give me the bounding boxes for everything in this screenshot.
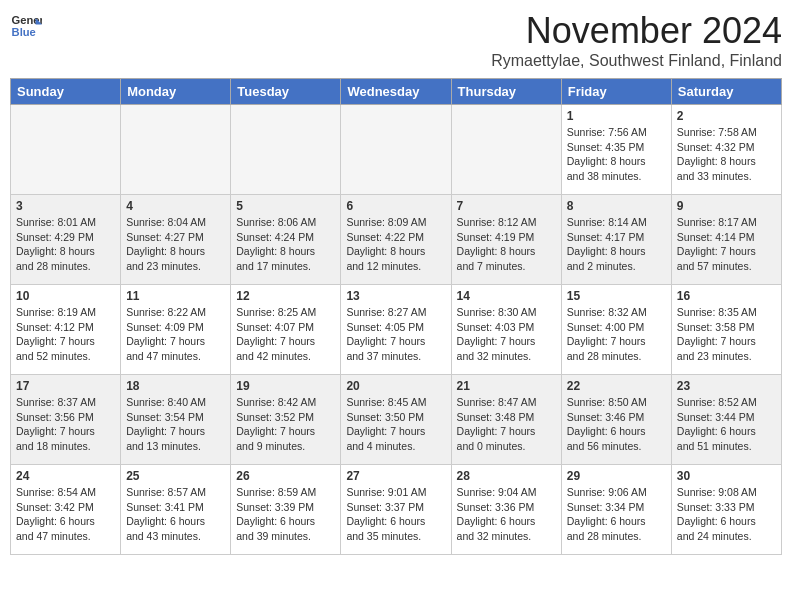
day-info: Sunrise: 8:54 AMSunset: 3:42 PMDaylight:… xyxy=(16,485,115,544)
calendar-cell: 21Sunrise: 8:47 AMSunset: 3:48 PMDayligh… xyxy=(451,375,561,465)
day-number: 27 xyxy=(346,469,445,483)
day-info: Sunrise: 8:30 AMSunset: 4:03 PMDaylight:… xyxy=(457,305,556,364)
day-info: Sunrise: 8:17 AMSunset: 4:14 PMDaylight:… xyxy=(677,215,776,274)
calendar-week-5: 24Sunrise: 8:54 AMSunset: 3:42 PMDayligh… xyxy=(11,465,782,555)
day-number: 4 xyxy=(126,199,225,213)
day-info: Sunrise: 7:56 AMSunset: 4:35 PMDaylight:… xyxy=(567,125,666,184)
day-number: 14 xyxy=(457,289,556,303)
calendar-cell xyxy=(451,105,561,195)
day-number: 7 xyxy=(457,199,556,213)
day-number: 25 xyxy=(126,469,225,483)
calendar-cell: 25Sunrise: 8:57 AMSunset: 3:41 PMDayligh… xyxy=(121,465,231,555)
day-info: Sunrise: 9:04 AMSunset: 3:36 PMDaylight:… xyxy=(457,485,556,544)
day-info: Sunrise: 8:19 AMSunset: 4:12 PMDaylight:… xyxy=(16,305,115,364)
day-info: Sunrise: 8:47 AMSunset: 3:48 PMDaylight:… xyxy=(457,395,556,454)
calendar-week-1: 1Sunrise: 7:56 AMSunset: 4:35 PMDaylight… xyxy=(11,105,782,195)
day-number: 24 xyxy=(16,469,115,483)
day-number: 12 xyxy=(236,289,335,303)
day-number: 6 xyxy=(346,199,445,213)
calendar-cell: 29Sunrise: 9:06 AMSunset: 3:34 PMDayligh… xyxy=(561,465,671,555)
calendar-cell: 15Sunrise: 8:32 AMSunset: 4:00 PMDayligh… xyxy=(561,285,671,375)
weekday-header-row: SundayMondayTuesdayWednesdayThursdayFrid… xyxy=(11,79,782,105)
day-info: Sunrise: 8:12 AMSunset: 4:19 PMDaylight:… xyxy=(457,215,556,274)
calendar-cell xyxy=(231,105,341,195)
day-number: 15 xyxy=(567,289,666,303)
calendar-cell: 3Sunrise: 8:01 AMSunset: 4:29 PMDaylight… xyxy=(11,195,121,285)
calendar-cell: 22Sunrise: 8:50 AMSunset: 3:46 PMDayligh… xyxy=(561,375,671,465)
day-info: Sunrise: 8:27 AMSunset: 4:05 PMDaylight:… xyxy=(346,305,445,364)
day-number: 26 xyxy=(236,469,335,483)
calendar-cell: 19Sunrise: 8:42 AMSunset: 3:52 PMDayligh… xyxy=(231,375,341,465)
calendar-week-3: 10Sunrise: 8:19 AMSunset: 4:12 PMDayligh… xyxy=(11,285,782,375)
calendar-cell: 4Sunrise: 8:04 AMSunset: 4:27 PMDaylight… xyxy=(121,195,231,285)
title-area: November 2024 Rymaettylae, Southwest Fin… xyxy=(491,10,782,70)
day-info: Sunrise: 8:22 AMSunset: 4:09 PMDaylight:… xyxy=(126,305,225,364)
day-info: Sunrise: 8:04 AMSunset: 4:27 PMDaylight:… xyxy=(126,215,225,274)
day-number: 10 xyxy=(16,289,115,303)
day-number: 16 xyxy=(677,289,776,303)
calendar-cell: 18Sunrise: 8:40 AMSunset: 3:54 PMDayligh… xyxy=(121,375,231,465)
calendar-cell: 27Sunrise: 9:01 AMSunset: 3:37 PMDayligh… xyxy=(341,465,451,555)
day-number: 5 xyxy=(236,199,335,213)
day-number: 3 xyxy=(16,199,115,213)
calendar-cell xyxy=(341,105,451,195)
calendar-cell: 8Sunrise: 8:14 AMSunset: 4:17 PMDaylight… xyxy=(561,195,671,285)
day-number: 1 xyxy=(567,109,666,123)
day-info: Sunrise: 9:08 AMSunset: 3:33 PMDaylight:… xyxy=(677,485,776,544)
weekday-header-sunday: Sunday xyxy=(11,79,121,105)
calendar-cell: 14Sunrise: 8:30 AMSunset: 4:03 PMDayligh… xyxy=(451,285,561,375)
day-number: 19 xyxy=(236,379,335,393)
calendar-cell: 24Sunrise: 8:54 AMSunset: 3:42 PMDayligh… xyxy=(11,465,121,555)
day-info: Sunrise: 8:40 AMSunset: 3:54 PMDaylight:… xyxy=(126,395,225,454)
day-number: 11 xyxy=(126,289,225,303)
day-number: 29 xyxy=(567,469,666,483)
day-number: 13 xyxy=(346,289,445,303)
calendar-cell: 17Sunrise: 8:37 AMSunset: 3:56 PMDayligh… xyxy=(11,375,121,465)
day-info: Sunrise: 8:35 AMSunset: 3:58 PMDaylight:… xyxy=(677,305,776,364)
calendar-cell: 16Sunrise: 8:35 AMSunset: 3:58 PMDayligh… xyxy=(671,285,781,375)
day-info: Sunrise: 8:32 AMSunset: 4:00 PMDaylight:… xyxy=(567,305,666,364)
calendar-cell: 2Sunrise: 7:58 AMSunset: 4:32 PMDaylight… xyxy=(671,105,781,195)
logo: General Blue xyxy=(10,10,42,42)
calendar: SundayMondayTuesdayWednesdayThursdayFrid… xyxy=(10,78,782,555)
day-info: Sunrise: 7:58 AMSunset: 4:32 PMDaylight:… xyxy=(677,125,776,184)
day-number: 28 xyxy=(457,469,556,483)
calendar-cell xyxy=(11,105,121,195)
day-info: Sunrise: 8:42 AMSunset: 3:52 PMDaylight:… xyxy=(236,395,335,454)
header: General Blue November 2024 Rymaettylae, … xyxy=(10,10,782,70)
day-number: 23 xyxy=(677,379,776,393)
day-info: Sunrise: 8:37 AMSunset: 3:56 PMDaylight:… xyxy=(16,395,115,454)
calendar-cell: 30Sunrise: 9:08 AMSunset: 3:33 PMDayligh… xyxy=(671,465,781,555)
calendar-cell: 10Sunrise: 8:19 AMSunset: 4:12 PMDayligh… xyxy=(11,285,121,375)
day-info: Sunrise: 9:01 AMSunset: 3:37 PMDaylight:… xyxy=(346,485,445,544)
calendar-cell: 1Sunrise: 7:56 AMSunset: 4:35 PMDaylight… xyxy=(561,105,671,195)
calendar-cell: 9Sunrise: 8:17 AMSunset: 4:14 PMDaylight… xyxy=(671,195,781,285)
calendar-cell: 20Sunrise: 8:45 AMSunset: 3:50 PMDayligh… xyxy=(341,375,451,465)
day-number: 2 xyxy=(677,109,776,123)
calendar-cell: 26Sunrise: 8:59 AMSunset: 3:39 PMDayligh… xyxy=(231,465,341,555)
day-number: 21 xyxy=(457,379,556,393)
calendar-cell: 5Sunrise: 8:06 AMSunset: 4:24 PMDaylight… xyxy=(231,195,341,285)
calendar-cell: 28Sunrise: 9:04 AMSunset: 3:36 PMDayligh… xyxy=(451,465,561,555)
month-title: November 2024 xyxy=(491,10,782,52)
weekday-header-thursday: Thursday xyxy=(451,79,561,105)
svg-text:Blue: Blue xyxy=(12,26,36,38)
day-info: Sunrise: 8:01 AMSunset: 4:29 PMDaylight:… xyxy=(16,215,115,274)
day-info: Sunrise: 8:25 AMSunset: 4:07 PMDaylight:… xyxy=(236,305,335,364)
calendar-cell: 7Sunrise: 8:12 AMSunset: 4:19 PMDaylight… xyxy=(451,195,561,285)
day-info: Sunrise: 8:06 AMSunset: 4:24 PMDaylight:… xyxy=(236,215,335,274)
day-number: 20 xyxy=(346,379,445,393)
calendar-cell xyxy=(121,105,231,195)
day-info: Sunrise: 8:52 AMSunset: 3:44 PMDaylight:… xyxy=(677,395,776,454)
day-info: Sunrise: 8:50 AMSunset: 3:46 PMDaylight:… xyxy=(567,395,666,454)
day-info: Sunrise: 8:45 AMSunset: 3:50 PMDaylight:… xyxy=(346,395,445,454)
calendar-cell: 11Sunrise: 8:22 AMSunset: 4:09 PMDayligh… xyxy=(121,285,231,375)
day-number: 22 xyxy=(567,379,666,393)
calendar-cell: 6Sunrise: 8:09 AMSunset: 4:22 PMDaylight… xyxy=(341,195,451,285)
logo-icon: General Blue xyxy=(10,10,42,42)
day-number: 17 xyxy=(16,379,115,393)
location-title: Rymaettylae, Southwest Finland, Finland xyxy=(491,52,782,70)
day-number: 18 xyxy=(126,379,225,393)
day-number: 30 xyxy=(677,469,776,483)
day-number: 8 xyxy=(567,199,666,213)
